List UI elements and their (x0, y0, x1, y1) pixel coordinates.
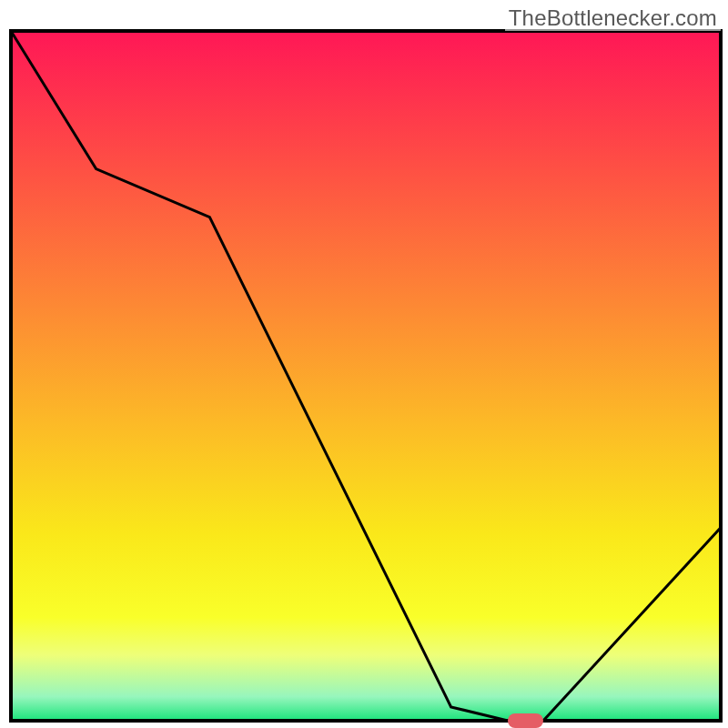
chart-container: TheBottlenecker.com (0, 0, 728, 728)
bottleneck-curve (0, 0, 728, 728)
optimal-marker (508, 713, 543, 727)
watermark: TheBottlenecker.com (505, 5, 721, 31)
